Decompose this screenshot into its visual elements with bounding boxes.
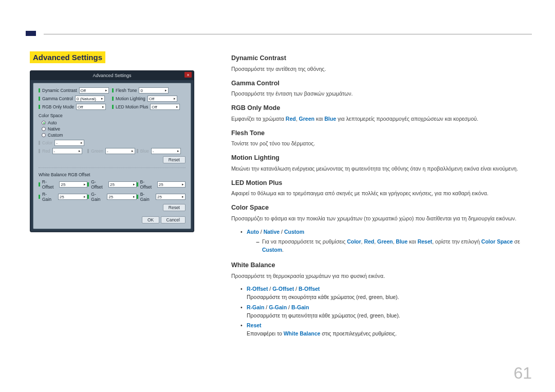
rgb-desc: Εμφανίζει τα χρώματα Red, Green και Blue… (231, 115, 532, 123)
cs-green-label: Green (91, 148, 103, 154)
radio-auto[interactable]: Auto (42, 120, 186, 125)
wb-bullets: R-Offset / G-Offset / B-Offset Προσαρμόσ… (231, 285, 532, 338)
dc-desc: Προσαρμόστε την αντίθεση της οθόνης. (231, 65, 532, 73)
cs-red-label: Red (42, 148, 50, 154)
header-rule (44, 34, 532, 34)
cs-desc: Προσαρμόζει το φάσμα και την ποικιλία τω… (231, 215, 532, 223)
cs-title: Color Space (231, 203, 532, 213)
r-offset-label: R-Offset (42, 179, 58, 190)
cancel-button[interactable]: Cancel (161, 216, 186, 223)
led-motion-label: LED Motion Plus (116, 104, 148, 109)
lmp-desc: Αφαιρεί το θόλωμα και το τρεμόπαιγμα από… (231, 190, 532, 198)
motion-lighting-combo[interactable]: Off▸ (147, 96, 177, 102)
left-column: Advanced Settings Advanced Settings x Dy… (30, 51, 199, 232)
ml-title: Motion Lighting (231, 153, 532, 163)
right-column: Dynamic Contrast Προσαρμόστε την αντίθεσ… (231, 51, 532, 340)
cs-red-combo[interactable]: -▸ (52, 148, 82, 154)
ml-desc: Μειώνει την κατανάλωση ενέργειας μειώνον… (231, 165, 532, 173)
ok-button[interactable]: OK (142, 216, 159, 223)
cs-reset-button[interactable]: Reset (163, 156, 186, 163)
g-offset-combo[interactable]: 25▸ (108, 181, 137, 188)
gamma-control-combo[interactable]: 0 (Natural)▸ (75, 96, 105, 102)
dialog-body: Dynamic Contrast Off▸ Flesh Tone 0▸ Gamm… (33, 83, 191, 229)
ft-desc: Τονίστε τον ροζ τόνο του δέρματος. (231, 140, 532, 148)
color-label: Color (42, 140, 52, 145)
led-motion-combo[interactable]: Off▸ (150, 104, 180, 110)
g-offset-label: G-Offset (91, 179, 106, 190)
r-offset-combo[interactable]: 25▸ (59, 181, 87, 188)
motion-lighting-label: Motion Lighting (116, 96, 145, 101)
g-gain-combo[interactable]: 25▸ (107, 194, 136, 200)
gc-title: Gamma Control (231, 79, 532, 88)
cs-sub-item: Για να προσαρμόσετε τις ρυθμίσεις Color,… (256, 238, 532, 254)
ft-title: Flesh Tone (231, 128, 532, 138)
cs-green-combo[interactable]: -▸ (105, 148, 135, 154)
cs-blue-label: Blue (140, 148, 149, 154)
color-space-header: Color Space (39, 113, 186, 118)
close-icon[interactable]: x (184, 72, 192, 78)
dynamic-contrast-label: Dynamic Contrast (42, 88, 77, 93)
lmp-title: LED Motion Plus (231, 178, 532, 188)
advanced-settings-dialog: Advanced Settings x Dynamic Contrast Off… (30, 70, 194, 232)
r-gain-label: R-Gain (42, 192, 56, 202)
b-offset-label: B-Offset (140, 179, 155, 190)
wb-reset-item: Reset Επαναφέρει το White Balance στις π… (240, 322, 532, 338)
rgb-only-label: RGB Only Mode (42, 104, 74, 109)
gamma-control-label: Gamma Control (42, 96, 73, 101)
wb-offset-item: R-Offset / G-Offset / B-Offset Προσαρμόσ… (240, 285, 532, 302)
header-accent (26, 31, 36, 36)
section-heading: Advanced Settings (30, 51, 105, 63)
flesh-tone-combo[interactable]: 0▸ (139, 87, 169, 94)
wb-header: White Balance RGB Offset (39, 172, 186, 177)
divider (39, 167, 186, 168)
dynamic-contrast-combo[interactable]: Off▸ (79, 87, 109, 94)
rgb-title: RGB Only Mode (231, 103, 532, 113)
rgb-only-combo[interactable]: Off▸ (76, 104, 106, 110)
b-gain-label: B-Gain (140, 192, 154, 202)
dialog-titlebar: Advanced Settings x (30, 71, 194, 80)
cs-options-item: Auto / Native / Custom Για να προσαρμόσε… (240, 228, 532, 254)
dc-title: Dynamic Contrast (231, 53, 532, 63)
b-offset-combo[interactable]: 25▸ (157, 181, 186, 188)
g-gain-label: G-Gain (91, 192, 105, 202)
flesh-tone-label: Flesh Tone (116, 88, 137, 93)
wb-reset-button[interactable]: Reset (163, 204, 186, 211)
page-number: 61 (513, 364, 532, 383)
gc-desc: Προσαρμόστε την ένταση των βασικών χρωμά… (231, 90, 532, 98)
dialog-title: Advanced Settings (92, 73, 131, 78)
wb-gain-item: R-Gain / G-Gain / B-Gain Προσαρμόστε τη … (240, 304, 532, 320)
cs-blue-combo[interactable]: -▸ (151, 148, 181, 154)
r-gain-combo[interactable]: 25▸ (58, 194, 88, 200)
radio-custom[interactable]: Custom (42, 133, 186, 138)
wb-title: White Balance (231, 260, 532, 270)
b-gain-combo[interactable]: 25▸ (156, 194, 186, 200)
radio-native[interactable]: Native (42, 126, 186, 132)
color-combo[interactable]: -▸ (54, 140, 84, 146)
cs-bullets: Auto / Native / Custom Για να προσαρμόσε… (231, 228, 532, 254)
wb-desc: Προσαρμόστε τη θερμοκρασία χρωμάτων για … (231, 272, 532, 281)
